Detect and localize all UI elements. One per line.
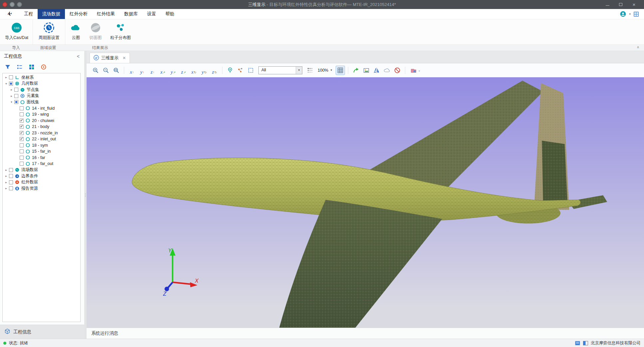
expand-arrow-icon[interactable]: ▾ xyxy=(9,100,14,104)
tree-item-checkbox[interactable] xyxy=(20,162,24,166)
tree-item[interactable]: ▾面线集 xyxy=(3,99,80,105)
tree-item[interactable]: 18 - sym xyxy=(3,142,80,149)
menu-item-2[interactable]: 流场数据 xyxy=(38,9,65,19)
tab-3d-view[interactable]: 三维显示 ✕ xyxy=(90,53,130,63)
tree-item[interactable]: 17 - far_out xyxy=(3,161,80,167)
tree-item-checkbox[interactable] xyxy=(9,180,13,184)
ribbon-button-period-clock[interactable]: 周期面设置 xyxy=(34,21,64,44)
tree-item[interactable]: ▸边界条件 xyxy=(3,173,80,179)
cloud-display-button[interactable] xyxy=(382,66,392,75)
snapshot-button[interactable] xyxy=(362,66,371,75)
mesh-toggle-button[interactable] xyxy=(336,66,345,75)
expand-arrow-icon[interactable]: ▸ xyxy=(9,94,14,98)
capture-gray-icon[interactable] xyxy=(10,2,15,7)
split-view-icon[interactable] xyxy=(583,341,588,345)
tree-item[interactable]: 23 - nozzle_in xyxy=(3,130,80,136)
ribbon-button-cas-circle[interactable]: cas导入Cas/Dat xyxy=(2,21,31,44)
expand-arrow-icon[interactable]: ▸ xyxy=(4,168,8,172)
zoom-level-select[interactable]: 100%▼ xyxy=(316,68,335,73)
export-view-button[interactable] xyxy=(351,66,361,75)
capture-gray-icon-2[interactable] xyxy=(17,2,22,7)
probe-point-button[interactable] xyxy=(225,66,235,75)
tree-item-checkbox[interactable] xyxy=(20,143,24,147)
menu-item-1[interactable]: 工程 xyxy=(19,9,38,19)
record-red-icon[interactable] xyxy=(2,2,7,7)
tree-item[interactable]: 19 - wing xyxy=(3,111,80,118)
close-button[interactable]: × xyxy=(627,0,641,9)
zoom-window-button[interactable] xyxy=(112,66,121,75)
ribbon-button-particles[interactable]: 粒子分布图 xyxy=(106,21,135,44)
view-x-rotate-button[interactable]: x↻ xyxy=(189,66,198,75)
tree-item[interactable]: 16 - far xyxy=(3,155,80,161)
dropdown-arrow-icon[interactable]: ▼ xyxy=(330,69,333,72)
filter-funnel-icon[interactable] xyxy=(4,64,11,70)
display-filter-select[interactable]: All▼ xyxy=(258,66,302,74)
menu-item-5[interactable]: 数据库 xyxy=(120,9,143,19)
tree-item-checkbox[interactable] xyxy=(9,174,13,178)
expand-arrow-icon[interactable]: ▸ xyxy=(4,174,8,178)
view-x-axis-button[interactable]: x↑ xyxy=(127,66,137,75)
zoom-in-button[interactable] xyxy=(91,66,100,75)
expand-arrow-icon[interactable]: ▸ xyxy=(9,88,14,91)
appearance-button[interactable]: ⌄ xyxy=(408,66,422,75)
chevron-down-icon[interactable]: ⌄ xyxy=(418,69,421,72)
expand-arrow-icon[interactable]: ▸ xyxy=(4,181,8,184)
user-circle-icon[interactable] xyxy=(620,11,626,17)
tree-item[interactable]: 20 - chuiwei xyxy=(3,118,80,124)
apps-grid-icon[interactable] xyxy=(634,12,639,17)
view-z-rotate-button[interactable]: z↻ xyxy=(210,66,219,75)
tree-item[interactable]: 15 - far_in xyxy=(3,148,80,155)
tree-item[interactable]: ▸报告资源 xyxy=(3,185,80,192)
tree-item-checkbox[interactable] xyxy=(14,88,18,92)
tree-item-checkbox[interactable] xyxy=(20,119,24,123)
menu-item-6[interactable]: 设置 xyxy=(143,9,161,19)
grid-squares-icon[interactable] xyxy=(28,64,35,70)
view-y-iso-button[interactable]: y↗ xyxy=(168,66,178,75)
tree-item-checkbox[interactable] xyxy=(9,82,13,86)
tree-item-checkbox[interactable] xyxy=(14,94,18,98)
panel-collapse-button[interactable]: < xyxy=(76,54,81,59)
expand-arrow-icon[interactable]: ▸ xyxy=(4,76,8,79)
tree-item[interactable]: ▸坐标系 xyxy=(3,74,80,81)
tree-item[interactable]: 21 - body xyxy=(3,124,80,130)
tree-item-checkbox[interactable] xyxy=(20,156,24,160)
tree-item-checkbox[interactable] xyxy=(14,100,18,104)
menu-item-3[interactable]: 红外分析 xyxy=(65,9,92,19)
minimize-button[interactable] xyxy=(601,0,614,9)
tree-list-icon[interactable] xyxy=(16,64,23,70)
tree-item[interactable]: 22 - inlet_out xyxy=(3,136,80,142)
panel-layout-icon[interactable] xyxy=(575,341,580,345)
tree-item-checkbox[interactable] xyxy=(9,186,13,190)
tree-item-checkbox[interactable] xyxy=(20,125,24,129)
particle-nodes-button[interactable] xyxy=(236,66,245,75)
zoom-out-button[interactable] xyxy=(101,66,111,75)
view-y-rotate-button[interactable]: y↻ xyxy=(199,66,209,75)
viewport-3d[interactable]: Y X Z xyxy=(87,77,644,328)
clip-box-button[interactable] xyxy=(246,66,255,75)
view-z-iso-button[interactable]: z↗ xyxy=(179,66,188,75)
ribbon-collapse-chevron-up-icon[interactable]: ∧ xyxy=(637,45,639,49)
tree-item-checkbox[interactable] xyxy=(20,112,24,116)
tree-item-checkbox[interactable] xyxy=(9,168,13,172)
tree-item-checkbox[interactable] xyxy=(20,131,24,135)
halftone-button[interactable] xyxy=(305,66,315,75)
tree-item-checkbox[interactable] xyxy=(20,149,24,153)
system-messages-bar[interactable]: 系统运行消息 xyxy=(87,328,644,339)
caret-down-icon[interactable]: ▾ xyxy=(629,12,631,16)
tree-item[interactable]: ▸节点集 xyxy=(3,87,80,93)
tree-item-checkbox[interactable] xyxy=(20,106,24,110)
target-icon[interactable] xyxy=(40,64,47,70)
expand-arrow-icon[interactable]: ▸ xyxy=(4,187,8,190)
mirror-button[interactable] xyxy=(372,66,381,75)
view-y-axis-button[interactable]: y↑ xyxy=(138,66,147,75)
project-tree[interactable]: ▸坐标系▾几何数据▸节点集▸元素集▾面线集14 - int_fluid19 - … xyxy=(2,73,81,322)
tree-item[interactable]: ▸红外数据 xyxy=(3,179,80,186)
view-x-iso-button[interactable]: x↗ xyxy=(158,66,167,75)
maximize-button[interactable] xyxy=(614,0,627,9)
tree-item-checkbox[interactable] xyxy=(20,137,24,141)
tree-item[interactable]: ▸流场数据 xyxy=(3,167,80,173)
panel-splitter[interactable]: ⋮ xyxy=(84,51,87,339)
tree-item[interactable]: ▾几何数据 xyxy=(3,81,80,87)
tree-item-checkbox[interactable] xyxy=(9,75,13,79)
dropdown-arrow-icon[interactable]: ▼ xyxy=(296,67,302,74)
